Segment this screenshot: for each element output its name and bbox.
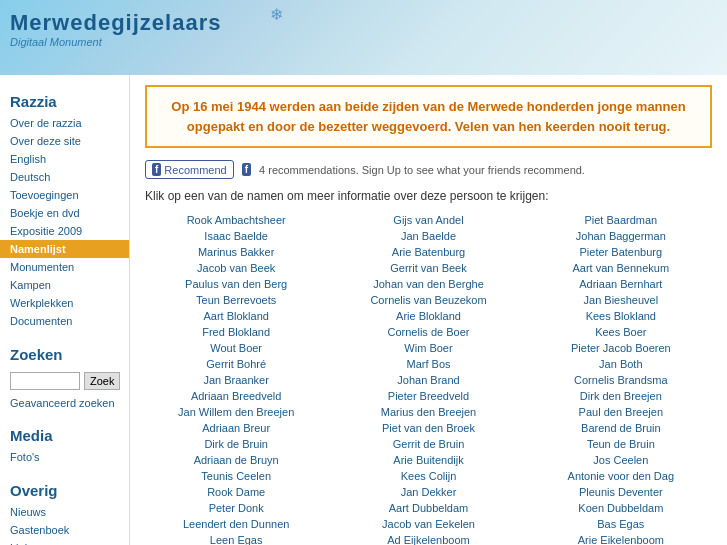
sidebar-section-zoeken: Zoeken	[0, 338, 129, 367]
names-grid: Rook AmbachtsheerGijs van AndelPiet Baar…	[145, 213, 712, 545]
name-link[interactable]: Cornelis Brandsma	[530, 373, 712, 387]
name-link[interactable]: Peter Donk	[145, 501, 327, 515]
name-link[interactable]: Jan Biesheuvel	[530, 293, 712, 307]
name-link[interactable]: Adriaan de Bruyn	[145, 453, 327, 467]
header: Merwedegijzelaars Digitaal Monument ❄	[0, 0, 727, 75]
instruction-text: Klik op een van de namen om meer informa…	[145, 189, 712, 203]
facebook-bar: f Recommend f 4 recommendations. Sign Up…	[145, 160, 712, 179]
alert-text: Op 16 mei 1944 werden aan beide zijden v…	[162, 97, 695, 136]
advanced-search-link[interactable]: Geavanceerd zoeken	[0, 395, 129, 411]
name-link[interactable]: Fred Blokland	[145, 325, 327, 339]
sidebar-item-werkplekken[interactable]: Werkplekken	[0, 294, 129, 312]
name-link[interactable]: Pieter Jacob Boeren	[530, 341, 712, 355]
name-link[interactable]: Rook Ambachtsheer	[145, 213, 327, 227]
name-link[interactable]: Aart van Bennekum	[530, 261, 712, 275]
name-link[interactable]: Teun de Bruin	[530, 437, 712, 451]
sidebar-item-boekje[interactable]: Boekje en dvd	[0, 204, 129, 222]
name-link[interactable]: Leen Egas	[145, 533, 327, 545]
sidebar-item-over-razzia[interactable]: Over de razzia	[0, 114, 129, 132]
name-link[interactable]: Arie Buitendijk	[337, 453, 519, 467]
sidebar-item-nieuws[interactable]: Nieuws	[0, 503, 129, 521]
name-link[interactable]: Pieter Batenburg	[530, 245, 712, 259]
name-link[interactable]: Cornelis van Beuzekom	[337, 293, 519, 307]
name-link[interactable]: Rook Dame	[145, 485, 327, 499]
name-link[interactable]: Kees Boer	[530, 325, 712, 339]
name-link[interactable]: Gijs van Andel	[337, 213, 519, 227]
name-link[interactable]: Wim Boer	[337, 341, 519, 355]
fb-count-text: 4 recommendations. Sign Up to see what y…	[259, 164, 585, 176]
name-link[interactable]: Arie Batenburg	[337, 245, 519, 259]
sidebar-item-gastenboek[interactable]: Gastenboek	[0, 521, 129, 539]
content-area: Op 16 mei 1944 werden aan beide zijden v…	[130, 75, 727, 545]
fb-icon: f	[152, 163, 161, 176]
name-link[interactable]: Pieter Breedveld	[337, 389, 519, 403]
name-link[interactable]: Adriaan Bernhart	[530, 277, 712, 291]
name-link[interactable]: Arie Blokland	[337, 309, 519, 323]
logo: Merwedegijzelaars Digitaal Monument	[10, 10, 221, 48]
name-link[interactable]: Jacob van Eekelen	[337, 517, 519, 531]
name-link[interactable]: Bas Egas	[530, 517, 712, 531]
name-link[interactable]: Piet van den Broek	[337, 421, 519, 435]
name-link[interactable]: Leendert den Dunnen	[145, 517, 327, 531]
sidebar-item-expositie[interactable]: Expositie 2009	[0, 222, 129, 240]
sidebar-item-namenlijst[interactable]: Namenlijst	[0, 240, 129, 258]
name-link[interactable]: Paul den Breejen	[530, 405, 712, 419]
sidebar-item-kampen[interactable]: Kampen	[0, 276, 129, 294]
fb-recommend-label: Recommend	[164, 164, 226, 176]
sidebar-item-links[interactable]: Links	[0, 539, 129, 545]
sidebar-item-monumenten[interactable]: Monumenten	[0, 258, 129, 276]
name-link[interactable]: Pleunis Deventer	[530, 485, 712, 499]
name-link[interactable]: Antonie voor den Dag	[530, 469, 712, 483]
search-button[interactable]: Zoek	[84, 372, 120, 390]
sidebar-section-overig: Overig	[0, 474, 129, 503]
name-link[interactable]: Jan Baelde	[337, 229, 519, 243]
fb-recommend-button[interactable]: f Recommend	[145, 160, 234, 179]
name-link[interactable]: Jacob van Beek	[145, 261, 327, 275]
sidebar-item-over-site[interactable]: Over deze site	[0, 132, 129, 150]
name-link[interactable]: Dirk de Bruin	[145, 437, 327, 451]
name-link[interactable]: Adriaan Breur	[145, 421, 327, 435]
sidebar-item-fotos[interactable]: Foto's	[0, 448, 129, 466]
name-link[interactable]: Aart Dubbeldam	[337, 501, 519, 515]
name-link[interactable]: Barend de Bruin	[530, 421, 712, 435]
name-link[interactable]: Jan Dekker	[337, 485, 519, 499]
name-link[interactable]: Ad Eijkelenboom	[337, 533, 519, 545]
name-link[interactable]: Wout Boer	[145, 341, 327, 355]
name-link[interactable]: Teunis Ceelen	[145, 469, 327, 483]
logo-title: Merwedegijzelaars	[10, 10, 221, 36]
name-link[interactable]: Johan van den Berghe	[337, 277, 519, 291]
name-link[interactable]: Aart Blokland	[145, 309, 327, 323]
name-link[interactable]: Johan Baggerman	[530, 229, 712, 243]
search-input[interactable]	[10, 372, 80, 390]
search-box: Zoek	[0, 367, 129, 395]
name-link[interactable]: Gerrit van Beek	[337, 261, 519, 275]
name-link[interactable]: Teun Berrevoets	[145, 293, 327, 307]
name-link[interactable]: Kees Blokland	[530, 309, 712, 323]
name-link[interactable]: Jan Willem den Breejen	[145, 405, 327, 419]
name-link[interactable]: Piet Baardman	[530, 213, 712, 227]
sidebar-item-documenten[interactable]: Documenten	[0, 312, 129, 330]
logo-subtitle: Digitaal Monument	[10, 36, 221, 48]
sidebar-item-toevoegingen[interactable]: Toevoegingen	[0, 186, 129, 204]
page-wrapper: Merwedegijzelaars Digitaal Monument ❄ Ra…	[0, 0, 727, 545]
name-link[interactable]: Jan Both	[530, 357, 712, 371]
name-link[interactable]: Gerrit de Bruin	[337, 437, 519, 451]
name-link[interactable]: Adriaan Breedveld	[145, 389, 327, 403]
sidebar: Razzia Over de razzia Over deze site Eng…	[0, 75, 130, 545]
sidebar-item-english[interactable]: English	[0, 150, 129, 168]
name-link[interactable]: Johan Brand	[337, 373, 519, 387]
name-link[interactable]: Jan Braanker	[145, 373, 327, 387]
name-link[interactable]: Arie Eikelenboom	[530, 533, 712, 545]
name-link[interactable]: Koen Dubbeldam	[530, 501, 712, 515]
name-link[interactable]: Dirk den Breejen	[530, 389, 712, 403]
name-link[interactable]: Marf Bos	[337, 357, 519, 371]
name-link[interactable]: Isaac Baelde	[145, 229, 327, 243]
name-link[interactable]: Marius den Breejen	[337, 405, 519, 419]
name-link[interactable]: Marinus Bakker	[145, 245, 327, 259]
name-link[interactable]: Jos Ceelen	[530, 453, 712, 467]
name-link[interactable]: Kees Colijn	[337, 469, 519, 483]
name-link[interactable]: Gerrit Bohré	[145, 357, 327, 371]
name-link[interactable]: Cornelis de Boer	[337, 325, 519, 339]
name-link[interactable]: Paulus van den Berg	[145, 277, 327, 291]
sidebar-item-deutsch[interactable]: Deutsch	[0, 168, 129, 186]
